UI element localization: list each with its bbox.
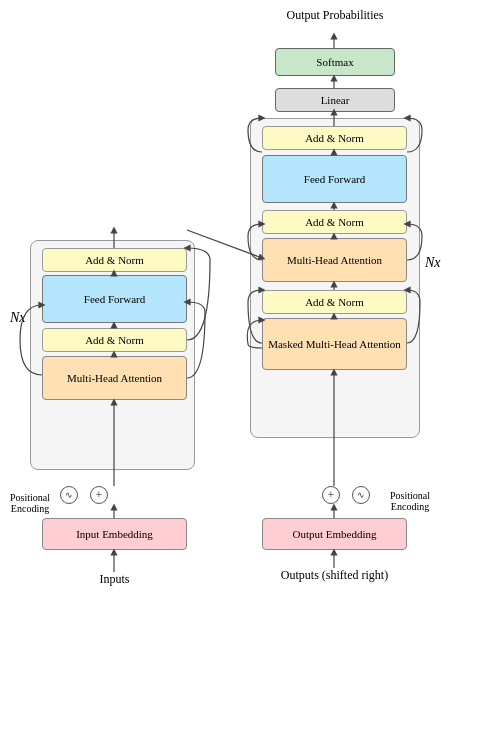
- encoder-multi-head: Multi-Head Attention: [42, 356, 187, 400]
- decoder-plus-circle: +: [322, 486, 340, 504]
- encoder-inputs-label: Inputs: [42, 572, 187, 587]
- decoder-embedding: Output Embedding: [262, 518, 407, 550]
- decoder-pos-encoding-label: Positional Encoding: [370, 490, 450, 512]
- encoder-pos-encoding-label: Positional Encoding: [0, 492, 60, 514]
- decoder-multi-head: Multi-Head Attention: [262, 238, 407, 282]
- decoder-masked-multi-head: Masked Multi-Head Attention: [262, 318, 407, 370]
- encoder-plus-circle: +: [90, 486, 108, 504]
- linear-box: Linear: [275, 88, 395, 112]
- encoder-embedding: Input Embedding: [42, 518, 187, 550]
- decoder-feed-forward: Feed Forward: [262, 155, 407, 203]
- encoder-wave-circle: ∿: [60, 486, 78, 504]
- encoder-add-norm-bottom: Add & Norm: [42, 328, 187, 352]
- decoder-add-norm-bot: Add & Norm: [262, 290, 407, 314]
- encoder-nx-label: Nx: [10, 310, 26, 326]
- transformer-diagram: Output Probabilities Softmax Linear Nx A…: [0, 0, 500, 750]
- decoder-outputs-label: Outputs (shifted right): [262, 568, 407, 583]
- decoder-add-norm-top: Add & Norm: [262, 126, 407, 150]
- decoder-add-norm-mid: Add & Norm: [262, 210, 407, 234]
- encoder-add-norm-top: Add & Norm: [42, 248, 187, 272]
- output-probabilities-label: Output Probabilities: [270, 8, 400, 23]
- softmax-box: Softmax: [275, 48, 395, 76]
- encoder-feed-forward: Feed Forward: [42, 275, 187, 323]
- decoder-nx-label: Nx: [425, 255, 441, 271]
- decoder-wave-circle: ∿: [352, 486, 370, 504]
